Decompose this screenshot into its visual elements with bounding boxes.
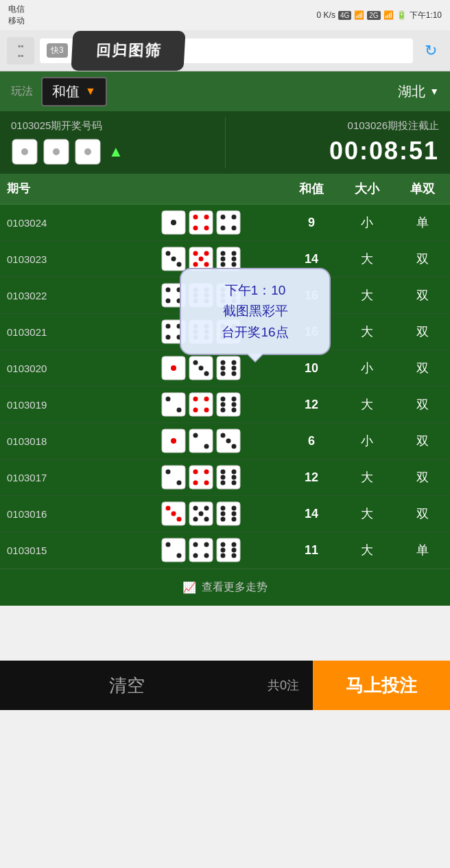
parity-0103024: 单 bbox=[394, 214, 450, 231]
parity-0103019: 双 bbox=[394, 396, 450, 413]
sum-0103017: 12 bbox=[284, 470, 340, 485]
svg-point-130 bbox=[193, 506, 198, 511]
svg-point-55 bbox=[165, 324, 170, 329]
svg-point-76 bbox=[193, 361, 198, 365]
info-left: 0103025期开奖号码 ▲ bbox=[0, 117, 226, 168]
signal-bars-2: 📶 bbox=[383, 10, 394, 20]
svg-rect-142 bbox=[162, 538, 185, 562]
parity-0103018: 双 bbox=[394, 433, 450, 449]
reveal-arrow[interactable]: ▲ bbox=[108, 143, 123, 161]
period-0103016: 0103016 bbox=[0, 508, 118, 520]
region-selector[interactable]: 湖北 ▼ bbox=[398, 82, 439, 101]
svg-rect-94 bbox=[217, 393, 240, 416]
svg-point-20 bbox=[171, 257, 176, 262]
table-row: 0103024 9 小 单 bbox=[0, 205, 450, 241]
parity-0103020: 双 bbox=[394, 360, 450, 376]
svg-point-81 bbox=[231, 361, 236, 365]
battery-icon: 🔋 bbox=[396, 10, 407, 20]
svg-point-149 bbox=[204, 553, 209, 558]
tooltip-line2: 截图黑彩平 bbox=[195, 301, 316, 321]
svg-rect-118 bbox=[217, 466, 240, 489]
svg-point-126 bbox=[165, 506, 170, 511]
svg-point-78 bbox=[204, 372, 209, 376]
browser-tab[interactable]: 快3 回归图筛 bbox=[40, 38, 413, 63]
browser-bar: ▪▪▪▪ 快3 回归图筛 ↻ bbox=[0, 30, 450, 71]
svg-point-17 bbox=[231, 226, 236, 231]
bet-now-button[interactable]: 马上投注 bbox=[313, 661, 450, 710]
svg-point-100 bbox=[231, 408, 236, 413]
period-0103015: 0103015 bbox=[0, 545, 118, 556]
svg-point-154 bbox=[231, 548, 236, 553]
svg-point-84 bbox=[220, 372, 225, 376]
size-0103023: 大 bbox=[340, 251, 395, 267]
svg-point-109 bbox=[231, 444, 236, 449]
play-mode-selector[interactable]: 和值 ▼ bbox=[41, 77, 107, 106]
svg-rect-13 bbox=[217, 211, 240, 234]
chart-icon: 📈 bbox=[182, 581, 196, 594]
svg-point-143 bbox=[165, 542, 170, 547]
svg-point-24 bbox=[204, 251, 209, 256]
status-right: 0 K/s 4G 📶 2G 📶 🔋 下午1:10 bbox=[317, 10, 442, 21]
svg-point-26 bbox=[193, 262, 198, 267]
dice-unknown-3 bbox=[74, 138, 102, 165]
svg-point-146 bbox=[193, 542, 198, 547]
dice-0103019 bbox=[118, 392, 284, 417]
svg-point-107 bbox=[220, 433, 225, 438]
svg-point-5 bbox=[84, 148, 91, 155]
svg-rect-110 bbox=[162, 466, 185, 489]
svg-rect-89 bbox=[189, 393, 213, 416]
svg-point-117 bbox=[204, 481, 209, 486]
header-parity: 单双 bbox=[394, 181, 450, 197]
svg-point-155 bbox=[220, 553, 225, 558]
2g-icon: 2G bbox=[367, 11, 380, 20]
sum-0103019: 12 bbox=[284, 398, 340, 412]
table-row: 0103015 11 大 单 bbox=[0, 532, 450, 569]
svg-point-88 bbox=[176, 408, 181, 413]
dice-unknown-2 bbox=[43, 138, 70, 165]
size-0103019: 大 bbox=[340, 396, 395, 413]
bottom-bar: 清空 共0注 马上投注 bbox=[0, 661, 450, 710]
size-0103024: 小 bbox=[340, 214, 395, 231]
clear-button[interactable]: 清空 bbox=[0, 661, 254, 710]
parity-0103015: 单 bbox=[394, 542, 450, 558]
svg-point-29 bbox=[220, 251, 225, 256]
table-row: 0103019 12 大 双 bbox=[0, 387, 450, 423]
region-text: 湖北 bbox=[398, 82, 425, 101]
period-0103019: 0103019 bbox=[0, 399, 118, 411]
svg-point-99 bbox=[220, 408, 225, 413]
speed-indicator: 0 K/s bbox=[317, 10, 335, 20]
size-0103015: 大 bbox=[340, 542, 395, 558]
header-size: 大小 bbox=[340, 181, 395, 197]
svg-point-11 bbox=[193, 226, 198, 231]
dice-0103016 bbox=[118, 501, 284, 526]
svg-point-3 bbox=[53, 148, 60, 155]
svg-point-127 bbox=[171, 512, 176, 516]
header-dice bbox=[118, 181, 284, 197]
svg-point-57 bbox=[165, 335, 170, 340]
svg-point-21 bbox=[176, 262, 181, 267]
size-0103021: 大 bbox=[340, 323, 395, 340]
sum-0103020: 10 bbox=[284, 361, 340, 376]
svg-point-93 bbox=[204, 408, 209, 413]
svg-point-34 bbox=[231, 262, 236, 267]
svg-rect-28 bbox=[217, 247, 240, 271]
countdown-timer: 00:08:51 bbox=[329, 137, 439, 165]
signal-bars: 📶 bbox=[354, 10, 364, 20]
header-sum: 和值 bbox=[284, 181, 340, 197]
parity-0103017: 双 bbox=[394, 469, 450, 486]
svg-point-31 bbox=[220, 262, 225, 267]
svg-point-92 bbox=[193, 408, 198, 413]
parity-0103021: 双 bbox=[394, 323, 450, 340]
svg-point-96 bbox=[231, 397, 236, 402]
period-0103017: 0103017 bbox=[0, 472, 118, 483]
period-0103021: 0103021 bbox=[0, 326, 118, 338]
svg-point-9 bbox=[193, 215, 198, 220]
svg-point-27 bbox=[204, 262, 209, 267]
play-label: 玩法 bbox=[11, 84, 33, 99]
size-0103018: 小 bbox=[340, 433, 395, 449]
refresh-button[interactable]: ↻ bbox=[418, 38, 443, 63]
svg-point-91 bbox=[204, 397, 209, 402]
carrier-info: 电信 移动 bbox=[8, 3, 25, 27]
size-0103022: 大 bbox=[340, 287, 395, 304]
more-trends-button[interactable]: 📈 查看更多走势 bbox=[0, 569, 450, 606]
